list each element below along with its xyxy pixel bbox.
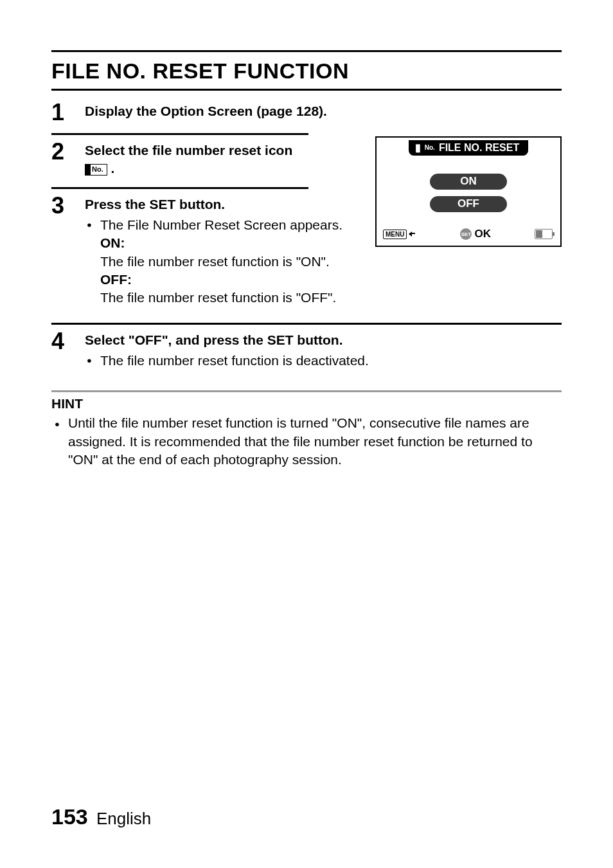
page-title: FILE NO. RESET FUNCTION xyxy=(51,59,562,84)
screen-title: FILE NO. RESET xyxy=(439,142,519,154)
option-off: OFF xyxy=(430,196,507,212)
step-4: 4 Select "OFF", and press the SET button… xyxy=(51,325,562,379)
on-label: ON: xyxy=(100,234,360,252)
file-no-mini-icon: ▮ xyxy=(415,141,421,154)
step-number: 2 xyxy=(51,140,71,163)
camera-screen: ▮ No. FILE NO. RESET ON OFF MENU SET xyxy=(375,136,562,247)
rule-hint xyxy=(51,390,562,392)
off-text: The file number reset function is "OFF". xyxy=(100,289,360,307)
step-title: Select "OFF", and press the SET button. xyxy=(85,331,562,349)
file-no-icon: No. xyxy=(85,164,107,176)
set-circle-icon: SET xyxy=(460,228,472,240)
hint-heading: HINT xyxy=(51,396,562,411)
bullet-icon: • xyxy=(51,415,63,469)
return-arrow-icon xyxy=(409,231,416,237)
step-4-line1: The file number reset function is deacti… xyxy=(100,352,369,370)
on-text: The file number reset function is "ON". xyxy=(100,253,360,271)
rule-top xyxy=(51,50,562,52)
screen-title-small: No. xyxy=(425,144,435,151)
menu-label: MENU xyxy=(386,231,404,238)
step-title-b: . xyxy=(111,161,115,176)
step-3: 3 Press the SET button. • The File Numbe… xyxy=(51,189,360,316)
step-3-line1: The File Number Reset Screen appears. xyxy=(100,216,342,234)
bullet-icon: • xyxy=(85,352,94,370)
step-2: 2 Select the file number reset icon No. … xyxy=(51,135,360,187)
screen-title-pill: ▮ No. FILE NO. RESET xyxy=(409,140,528,156)
page-number: 153 xyxy=(51,804,88,829)
file-no-icon-label: No. xyxy=(91,165,105,174)
rule-under-title xyxy=(51,89,562,91)
step-number: 3 xyxy=(51,194,71,217)
steps-list: 1 Display the Option Screen (page 128). … xyxy=(51,96,562,379)
bullet-icon: • xyxy=(85,216,94,234)
step-title-a: Select the file number reset icon xyxy=(85,143,292,158)
ok-group: SET OK xyxy=(460,228,491,240)
step-1: 1 Display the Option Screen (page 128). xyxy=(51,96,562,133)
step-number: 4 xyxy=(51,330,71,353)
off-label: OFF: xyxy=(100,271,360,289)
step-title: Display the Option Screen (page 128). xyxy=(85,104,327,118)
hint-block: HINT • Until the file number reset funct… xyxy=(51,390,562,469)
hint-text: Until the file number reset function is … xyxy=(68,414,562,469)
option-on: ON xyxy=(430,174,507,190)
page-language: English xyxy=(96,809,151,828)
ok-label: OK xyxy=(474,228,491,240)
battery-icon xyxy=(535,229,553,239)
step-title: Press the SET button. xyxy=(85,195,360,213)
page-footer: 153 English xyxy=(51,804,151,829)
menu-badge: MENU xyxy=(383,230,407,239)
step-number: 1 xyxy=(51,101,71,124)
